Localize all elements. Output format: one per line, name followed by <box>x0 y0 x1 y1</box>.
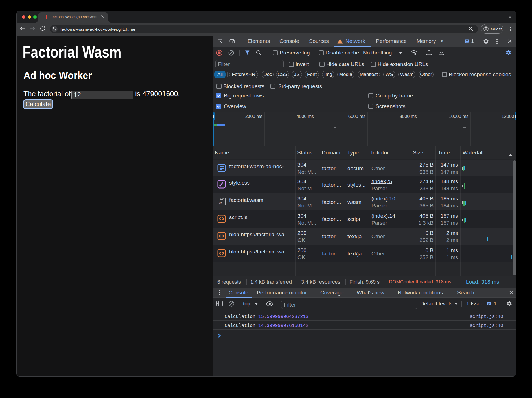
svg-text:WA: WA <box>219 202 222 205</box>
